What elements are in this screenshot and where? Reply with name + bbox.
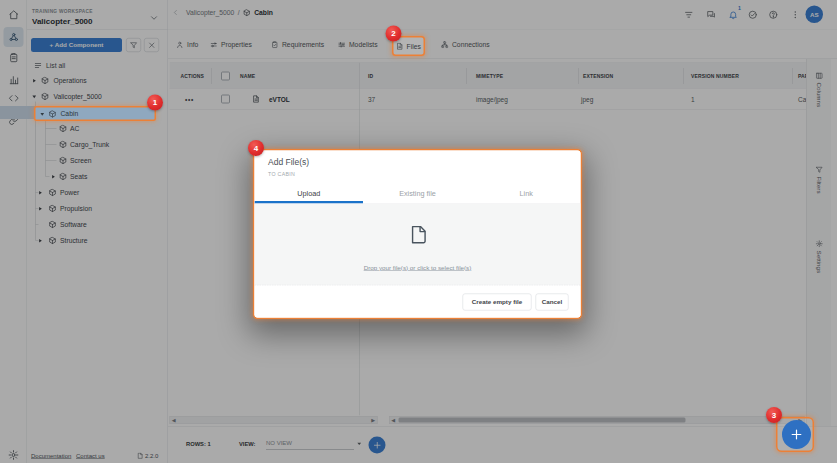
drop-zone-text[interactable]: Drop your file(s) or click to select fil… — [255, 265, 581, 272]
modal-footer: Create empty file Cancel — [255, 286, 581, 318]
file-drop-zone[interactable]: Drop your file(s) or click to select fil… — [255, 204, 581, 286]
app-stage: TRAINING WORKSPACE Valicopter_5000 + Add… — [0, 0, 837, 471]
modal-subtitle: TO CABIN — [268, 171, 295, 177]
file-upload-icon — [408, 220, 428, 249]
step-badge-4: 4 — [248, 140, 264, 156]
selected-tree-item-cabin[interactable]: Cabin — [61, 110, 79, 118]
step-badge-3: 3 — [766, 407, 782, 423]
modal-tab-existing-file[interactable]: Existing file — [363, 183, 472, 204]
cabin-cube-icon — [49, 110, 57, 118]
add-file-fab[interactable] — [782, 420, 811, 449]
annotation-box-4: Add File(s) TO CABIN UploadExisting file… — [253, 149, 582, 319]
annotation-box-1: Cabin — [34, 106, 156, 121]
annotation-box-3 — [776, 417, 814, 452]
files-tab-label: Files — [407, 42, 421, 50]
modal-title: Add File(s) — [268, 158, 309, 168]
modal-tab-upload[interactable]: Upload — [255, 183, 364, 204]
modal-tab-link[interactable]: Link — [472, 183, 581, 204]
add-files-modal: Add File(s) TO CABIN UploadExisting file… — [255, 151, 581, 318]
create-empty-file-button[interactable]: Create empty file — [463, 294, 532, 311]
cabin-expand-arrow-icon[interactable] — [40, 112, 46, 118]
page-bottom-strip — [0, 463, 837, 471]
cancel-button[interactable]: Cancel — [536, 294, 569, 311]
step-badge-2: 2 — [386, 26, 402, 42]
file-icon — [396, 42, 404, 50]
step-badge-1: 1 — [147, 95, 163, 111]
